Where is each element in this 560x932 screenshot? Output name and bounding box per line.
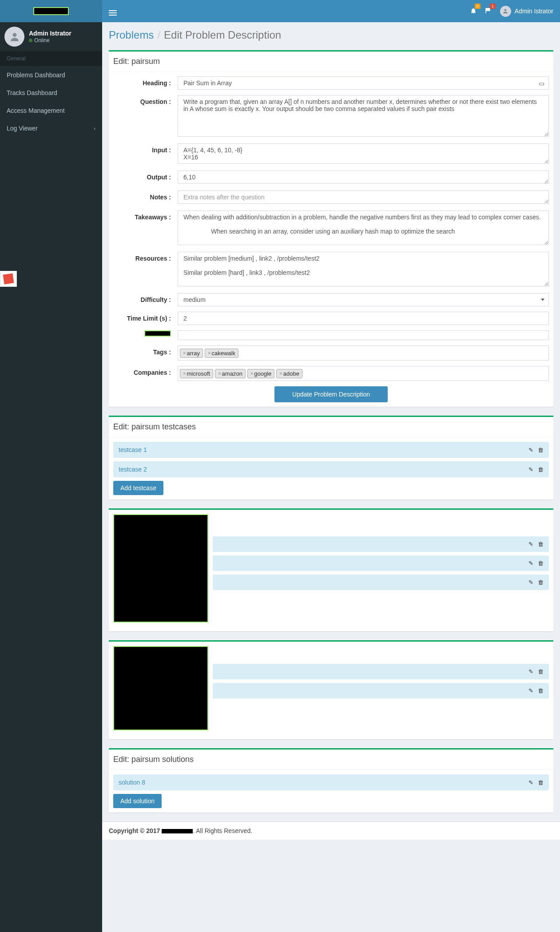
tag[interactable]: ×microsoft (180, 369, 213, 378)
tag[interactable]: ×adobe (276, 369, 302, 378)
list-item[interactable]: ✎🗑 (213, 575, 549, 590)
tag[interactable]: ×google (247, 369, 274, 378)
delete-icon[interactable]: 🗑 (538, 779, 544, 786)
add-solution-button[interactable]: Add solution (113, 794, 162, 808)
breadcrumb-root[interactable]: Problems (109, 29, 154, 41)
output-textarea[interactable] (178, 171, 549, 184)
edit-icon[interactable]: ✎ (528, 779, 533, 786)
redacted-box-2: ✎🗑 ✎🗑 (109, 640, 553, 739)
tag-remove-icon[interactable]: × (183, 350, 186, 356)
solution-item[interactable]: solution 8✎🗑 (113, 774, 549, 790)
topbar: 0 1 Admin Istrator (0, 0, 560, 22)
user-panel: Admin Istrator Online (0, 22, 102, 51)
solutions-box: Edit: pairsum solutions solution 8✎🗑 Add… (109, 748, 553, 813)
companies-input[interactable]: ×microsoft×amazon×google×adobe (178, 366, 549, 381)
add-testcase-button[interactable]: Add testcase (113, 481, 163, 495)
timelimit-input[interactable] (178, 312, 549, 325)
edit-icon[interactable]: ✎ (528, 541, 533, 547)
label-input: Input : (113, 143, 178, 165)
svg-point-0 (504, 9, 507, 11)
tag-remove-icon[interactable]: × (183, 371, 186, 376)
difficulty-select[interactable]: medium (178, 293, 549, 306)
logo[interactable] (0, 0, 102, 22)
notes-textarea[interactable] (178, 190, 549, 204)
update-button[interactable]: Update Problem Description (274, 386, 388, 402)
nav-tracks-dashboard[interactable]: Tracks Dashboard (0, 84, 102, 102)
label-question: Question : (113, 95, 178, 138)
edit-problem-box: Edit: pairsum Heading : ▭ Question : Inp… (109, 50, 553, 407)
tag[interactable]: ×cakewalk (205, 349, 238, 358)
side-tab[interactable] (0, 271, 17, 287)
list-item[interactable]: ✎🗑 (213, 555, 549, 571)
delete-icon[interactable]: 🗑 (538, 466, 544, 473)
menu-toggle[interactable] (102, 8, 123, 15)
tag-remove-icon[interactable]: × (279, 371, 282, 376)
list-item[interactable]: ✎🗑 (213, 664, 549, 679)
edit-icon[interactable]: ✎ (528, 579, 533, 586)
tag-remove-icon[interactable]: × (208, 350, 210, 356)
label-companies: Companies : (113, 366, 178, 381)
breadcrumb: Problems/Edit Problem Description (109, 29, 553, 41)
footer: Copyright © 2017 . All Rights Reserved. (102, 821, 560, 840)
status-dot-icon (29, 39, 32, 42)
avatar (500, 6, 511, 17)
item-label: testcase 1 (119, 446, 147, 453)
redacted-label (144, 330, 171, 337)
resources-textarea[interactable] (178, 252, 549, 286)
item-label: solution 8 (119, 779, 145, 786)
redacted-block (113, 514, 208, 623)
label-notes: Notes : (113, 190, 178, 205)
notifications-button[interactable]: 0 (470, 7, 477, 16)
label-output: Output : (113, 171, 178, 185)
list-item[interactable]: ✎🗑 (213, 683, 549, 698)
notif-badge: 0 (475, 4, 481, 9)
label-resources: Resources : (113, 252, 178, 288)
chevron-left-icon: ‹ (94, 126, 95, 131)
svg-point-1 (12, 33, 16, 37)
redacted-box-1: ✎🗑 ✎🗑 ✎🗑 (109, 508, 553, 631)
tag[interactable]: ×array (180, 349, 203, 358)
label-takeaways: Takeaways : (113, 210, 178, 246)
username: Admin Istrator (515, 8, 553, 15)
heading-input[interactable] (178, 76, 549, 90)
delete-icon[interactable]: 🗑 (538, 579, 544, 586)
edit-icon[interactable]: ✎ (528, 668, 533, 675)
tag-remove-icon[interactable]: × (250, 371, 253, 376)
solutions-title: Edit: pairsum solutions (109, 750, 553, 770)
msg-badge: 1 (490, 4, 496, 9)
label-heading: Heading : (113, 76, 178, 90)
delete-icon[interactable]: 🗑 (538, 541, 544, 547)
question-textarea[interactable] (178, 95, 549, 137)
nav-access-management[interactable]: Access Management (0, 102, 102, 119)
nav-log-viewer[interactable]: Log Viewer‹ (0, 119, 102, 137)
redacted-input[interactable] (178, 330, 549, 340)
tag[interactable]: ×amazon (215, 369, 246, 378)
contact-icon: ▭ (539, 80, 544, 87)
delete-icon[interactable]: 🗑 (538, 687, 544, 694)
redacted-text (162, 829, 193, 833)
list-item[interactable]: ✎🗑 (213, 536, 549, 552)
testcase-item[interactable]: testcase 2✎🗑 (113, 461, 549, 477)
label-difficulty: Difficulty : (113, 293, 178, 306)
takeaways-textarea[interactable] (178, 210, 549, 245)
nav-problems-dashboard[interactable]: Problems Dashboard (0, 66, 102, 84)
delete-icon[interactable]: 🗑 (538, 447, 544, 453)
delete-icon[interactable]: 🗑 (538, 668, 544, 675)
tag-remove-icon[interactable]: × (218, 371, 221, 376)
delete-icon[interactable]: 🗑 (538, 560, 544, 567)
avatar (4, 27, 24, 47)
messages-button[interactable]: 1 (485, 7, 492, 16)
tags-input[interactable]: ×array×cakewalk (178, 345, 549, 361)
input-textarea[interactable] (178, 143, 549, 164)
label-timelimit: Time Limit (s) : (113, 312, 178, 325)
edit-icon[interactable]: ✎ (528, 687, 533, 694)
sidebar-status: Online (29, 37, 71, 44)
redacted-block (113, 646, 208, 730)
user-menu[interactable]: Admin Istrator (500, 6, 553, 17)
testcases-box: Edit: pairsum testcases testcase 1✎🗑test… (109, 416, 553, 500)
sidebar: Admin Istrator Online General Problems D… (0, 22, 102, 932)
testcase-item[interactable]: testcase 1✎🗑 (113, 442, 549, 458)
edit-icon[interactable]: ✎ (528, 560, 533, 567)
edit-icon[interactable]: ✎ (528, 447, 533, 453)
edit-icon[interactable]: ✎ (528, 466, 533, 473)
